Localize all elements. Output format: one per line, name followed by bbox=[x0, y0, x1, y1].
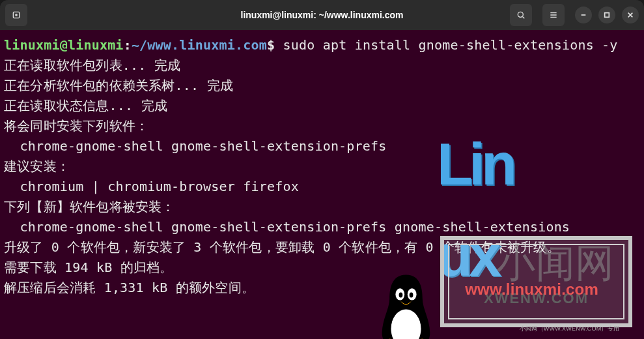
prompt-colon: : bbox=[124, 37, 132, 53]
svg-point-5 bbox=[395, 288, 404, 300]
svg-point-7 bbox=[399, 293, 403, 298]
output-line: chrome-gnome-shell gnome-shell-extension… bbox=[4, 219, 570, 235]
prompt-user-host: linuxmi@linuxmi bbox=[4, 37, 124, 53]
terminal-area[interactable]: linuxmi@linuxmi:~/www.linuxmi.com$ sudo … bbox=[0, 30, 644, 339]
command-text: sudo apt install gnome-shell-extensions … bbox=[275, 37, 617, 53]
watermark-url: www.linuxmi.com bbox=[465, 277, 598, 301]
output-line: 正在读取软件包列表... 完成 bbox=[4, 57, 180, 73]
menu-button[interactable] bbox=[542, 4, 565, 26]
maximize-button[interactable] bbox=[598, 7, 615, 23]
svg-point-8 bbox=[410, 293, 413, 298]
output-line: 解压缩后会消耗 1,331 kB 的额外空间。 bbox=[4, 280, 255, 295]
output-line: 建议安装： bbox=[4, 158, 70, 174]
svg-rect-2 bbox=[605, 13, 609, 18]
titlebar: linuxmi@linuxmi: ~/www.linuxmi.com bbox=[0, 0, 644, 30]
output-line: 需要下载 194 kB 的归档。 bbox=[4, 259, 173, 275]
search-button[interactable] bbox=[510, 4, 532, 26]
output-line: chrome-gnome-shell gnome-shell-extension… bbox=[4, 138, 387, 154]
prompt-dollar: $ bbox=[267, 37, 275, 53]
watermark-small: 小闻网（WWW.XWENW.COM）专用 bbox=[520, 325, 619, 334]
titlebar-right bbox=[510, 4, 639, 26]
new-tab-button[interactable] bbox=[5, 4, 27, 26]
output-line: 下列【新】软件包将被安装： bbox=[4, 199, 175, 214]
minimize-button[interactable] bbox=[575, 7, 592, 23]
titlebar-left bbox=[5, 4, 31, 26]
svg-point-6 bbox=[408, 288, 417, 300]
output-line: 正在读取状态信息... 完成 bbox=[4, 98, 167, 113]
watermark-xwenw: XWENW.COM bbox=[484, 287, 589, 310]
watermark-linux-text: Linux bbox=[437, 119, 528, 301]
output-line: 将会同时安装下列软件： bbox=[4, 118, 148, 134]
output-line: chromium | chromium-browser firefox bbox=[4, 179, 299, 194]
window-title: linuxmi@linuxmi: ~/www.linuxmi.com bbox=[240, 10, 403, 20]
svg-point-1 bbox=[518, 12, 523, 17]
output-line: 升级了 0 个软件包，新安装了 3 个软件包，要卸载 0 个软件包，有 0 个软… bbox=[4, 239, 560, 255]
svg-point-4 bbox=[391, 309, 421, 339]
prompt-path: ~/www.linuxmi.com bbox=[132, 37, 267, 53]
output-line: 正在分析软件包的依赖关系树... 完成 bbox=[4, 78, 233, 93]
close-button[interactable] bbox=[622, 7, 639, 23]
